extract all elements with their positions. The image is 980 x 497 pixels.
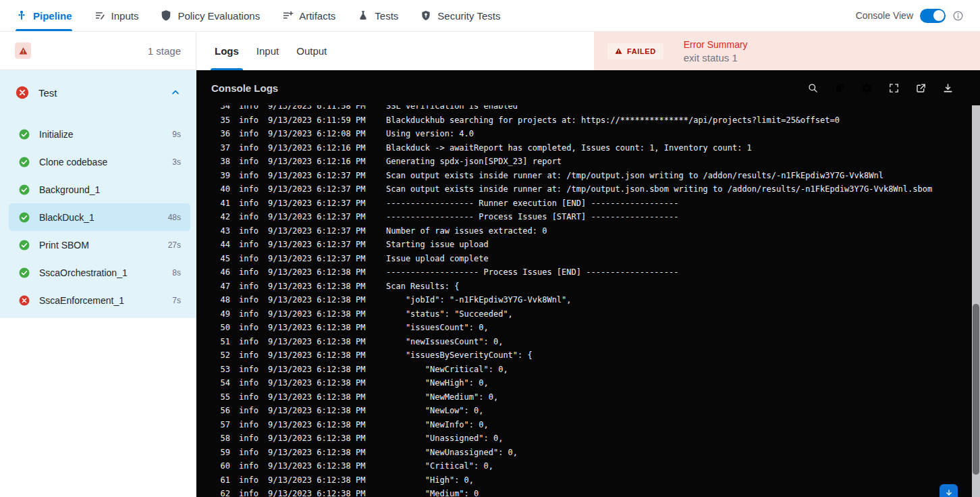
step-row[interactable]: SscaOrchestration_1 8s [9,259,190,286]
error-summary-text: Error Summary exit status 1 [684,39,748,63]
arrow-down-icon [944,488,954,497]
tests-flask-icon [357,9,369,22]
search-icon[interactable] [807,82,819,94]
log-level: info [239,210,262,224]
log-level: info [239,293,262,307]
step-row[interactable]: BlackDuck_1 48s [9,203,190,231]
log-line: 45 info 9/13/2023 6:12:37 PM Issue uploa… [196,252,972,266]
console-logs-panel: Console Logs 34 info 9/13/2023 6:11:58 P… [196,70,980,497]
log-level: info [239,348,262,363]
log-line: 37 info 9/13/2023 6:12:16 PM Blackduck -… [196,141,972,155]
error-summary-message: exit status 1 [684,52,748,63]
step-name: Clone codebase [39,157,107,167]
log-message: SSL verification is enabled [386,105,518,113]
step-name: Initialize [39,129,74,140]
log-line-number: 57 [219,418,230,432]
log-line: 35 info 9/13/2023 6:11:59 PM Blackduckhu… [196,113,972,128]
log-line-number: 51 [219,335,230,349]
console-title: Console Logs [211,82,278,94]
log-line: 36 info 9/13/2023 6:12:08 PM Using versi… [196,127,972,141]
log-level: info [239,307,262,321]
failed-status-badge: FAILED [607,43,663,59]
step-status-icon [18,211,30,224]
step-row[interactable]: Print SBOM 27s [9,231,190,259]
log-line: 56 info 9/13/2023 6:12:38 PM "NewLow": 0… [196,404,972,418]
tab-pipeline[interactable]: Pipeline [16,0,72,31]
console-scrollbar[interactable] [972,105,980,497]
log-message: "Medium": 0 [386,487,479,497]
log-line: 42 info 9/13/2023 6:12:37 PM -----------… [196,210,972,224]
tab-artifacts[interactable]: Artifacts [281,0,335,31]
step-row[interactable]: SscaEnforcement_1 7s [9,286,190,314]
open-in-new-icon[interactable] [915,82,927,94]
log-line-number: 40 [219,182,230,197]
tab-policy-evaluations[interactable]: Policy Evaluations [160,0,260,31]
log-line: 34 info 9/13/2023 6:11:58 PM SSL verific… [196,105,972,113]
log-line-number: 61 [219,473,230,488]
step-duration: 7s [172,296,181,305]
log-timestamp: 9/13/2023 6:12:38 PM [268,431,381,446]
log-level: info [239,280,262,294]
step-duration: 3s [172,157,181,167]
log-timestamp: 9/13/2023 6:12:38 PM [268,280,381,294]
tab-tests-label: Tests [375,10,398,22]
tab-tests[interactable]: Tests [357,0,398,31]
log-level: info [239,390,262,404]
inputs-icon [94,9,106,22]
console-view-toggle[interactable] [920,9,946,23]
log-level: info [239,487,262,497]
log-line: 50 info 9/13/2023 6:12:38 PM "issuesCoun… [196,321,972,335]
log-line-number: 34 [219,105,230,113]
log-timestamp: 9/13/2023 6:12:37 PM [268,252,381,266]
log-line: 47 info 9/13/2023 6:12:38 PM Scan Result… [196,280,972,294]
stage-header-test[interactable]: Test [0,70,196,115]
log-message: ------------------ Runner execution [END… [386,197,678,211]
log-message: "Unassigned": 0, [386,431,503,446]
log-level: info [239,238,262,252]
failed-badge-label: FAILED [627,47,656,55]
log-level: info [239,182,262,197]
step-status-icon [18,156,30,168]
tab-input[interactable]: Input [248,32,288,70]
log-line: 53 info 9/13/2023 6:12:38 PM "NewCritica… [196,363,972,377]
fullscreen-icon[interactable] [888,82,900,94]
tab-output[interactable]: Output [288,32,335,70]
log-level: info [239,105,262,113]
scroll-to-bottom-button[interactable] [940,484,958,497]
log-line-number: 50 [219,321,230,335]
settings-gear-icon[interactable] [861,82,873,94]
log-line-number: 49 [219,307,230,321]
tab-security-tests[interactable]: Security Tests [420,0,500,31]
log-line-number: 54 [219,376,230,390]
log-level: info [239,321,262,335]
log-timestamp: 9/13/2023 6:11:58 PM [268,105,381,113]
log-line-number: 55 [219,390,230,404]
log-line-number: 60 [219,459,230,473]
step-row[interactable]: Background_1 [9,176,190,203]
chevron-up-icon[interactable] [170,87,181,98]
info-icon[interactable] [952,10,964,22]
log-message: Blackduckhub searching for projects at: … [386,113,840,128]
console-log-area[interactable]: 34 info 9/13/2023 6:11:58 PM SSL verific… [196,105,972,497]
log-message: "NewUnassigned": 0, [386,446,518,460]
download-icon[interactable] [942,82,954,94]
tab-inputs[interactable]: Inputs [94,0,139,31]
copy-icon[interactable] [834,82,846,94]
log-line: 61 info 9/13/2023 6:12:38 PM "High": 0, [196,473,972,488]
log-timestamp: 9/13/2023 6:12:38 PM [268,487,381,497]
tab-logs[interactable]: Logs [206,32,248,70]
console-view-label: Console View [856,10,913,21]
log-timestamp: 9/13/2023 6:11:59 PM [268,113,381,128]
step-status-icon [18,184,30,196]
log-level: info [239,252,262,266]
step-row[interactable]: Clone codebase 3s [9,148,190,176]
log-timestamp: 9/13/2023 6:12:38 PM [268,473,381,488]
log-timestamp: 9/13/2023 6:12:38 PM [268,307,381,321]
log-timestamp: 9/13/2023 6:12:38 PM [268,348,381,363]
log-line-number: 44 [219,238,230,252]
log-level: info [239,418,262,432]
step-row[interactable]: Initialize 9s [9,120,190,148]
log-line: 40 info 9/13/2023 6:12:37 PM Scan output… [196,182,972,197]
scrollbar-thumb[interactable] [973,304,979,475]
log-line: 62 info 9/13/2023 6:12:38 PM "Medium": 0 [196,487,972,497]
